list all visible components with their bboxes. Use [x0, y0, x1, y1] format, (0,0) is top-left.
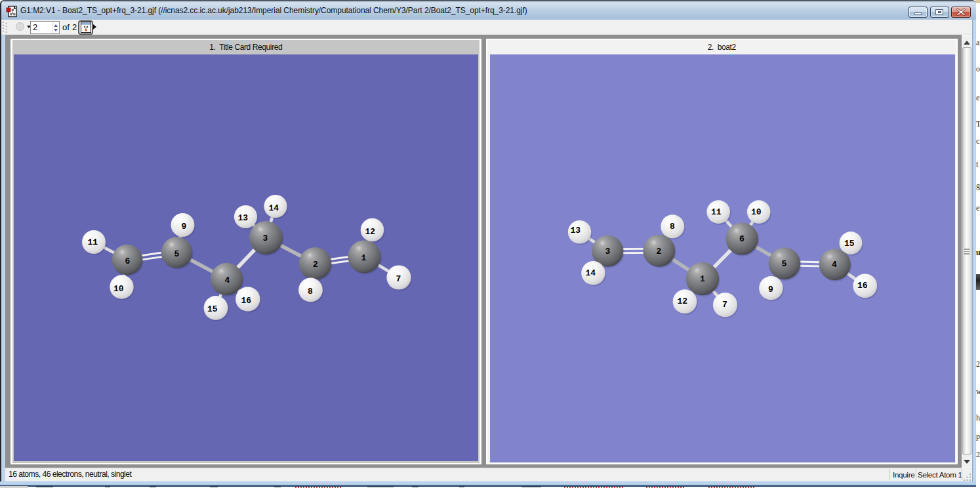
- svg-text:11: 11: [711, 207, 722, 217]
- svg-text:8: 8: [670, 222, 675, 232]
- svg-text:7: 7: [396, 274, 401, 284]
- svg-text:3: 3: [605, 247, 610, 256]
- svg-text:13: 13: [237, 213, 248, 223]
- svg-text:16: 16: [241, 296, 251, 306]
- svg-text:4: 4: [224, 275, 230, 285]
- svg-text:14: 14: [585, 268, 596, 278]
- svg-text:15: 15: [844, 239, 855, 249]
- svg-text:10: 10: [751, 207, 762, 217]
- svg-text:16: 16: [857, 281, 868, 291]
- svg-text:4: 4: [832, 260, 837, 270]
- svg-text:14: 14: [268, 203, 279, 213]
- svg-text:1: 1: [361, 253, 366, 263]
- svg-text:6: 6: [739, 234, 745, 244]
- svg-text:5: 5: [781, 259, 786, 269]
- svg-text:5: 5: [174, 249, 179, 259]
- svg-text:6: 6: [125, 256, 130, 266]
- svg-text:2: 2: [313, 260, 318, 270]
- svg-text:7: 7: [722, 300, 727, 310]
- svg-text:13: 13: [570, 226, 581, 235]
- svg-text:15: 15: [207, 304, 218, 314]
- svg-text:11: 11: [87, 237, 98, 247]
- svg-text:9: 9: [181, 222, 186, 232]
- svg-text:12: 12: [365, 227, 375, 237]
- svg-text:10: 10: [113, 284, 124, 294]
- svg-text:3: 3: [262, 234, 268, 243]
- svg-text:12: 12: [677, 296, 687, 306]
- svg-text:1: 1: [700, 274, 705, 284]
- svg-text:2: 2: [656, 247, 661, 256]
- svg-text:9: 9: [768, 285, 773, 295]
- svg-text:8: 8: [308, 287, 313, 296]
